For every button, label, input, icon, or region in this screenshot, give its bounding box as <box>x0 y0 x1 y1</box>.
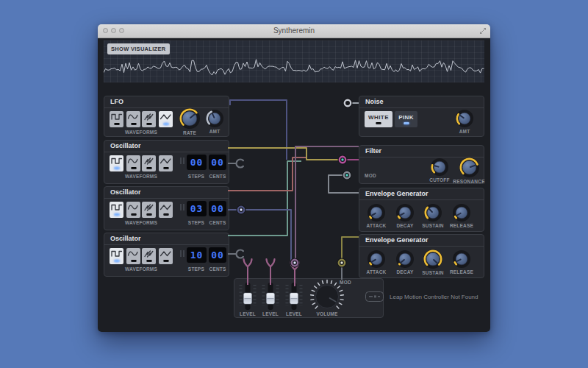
white-noise-button[interactable]: WHITE <box>365 111 392 127</box>
lfo-panel-header: LFO <box>104 96 229 108</box>
leap-motion-icon <box>365 291 384 302</box>
waveform-led <box>114 167 119 170</box>
lfo-waveforms-label: WAVEFORMS <box>125 130 157 135</box>
sine-wave-icon <box>126 112 140 121</box>
leap-status: Leap Motion Controller Not Found <box>365 291 478 302</box>
sine-wave-icon <box>126 249 140 258</box>
waveform-led <box>146 167 151 170</box>
osc1-cents-display[interactable]: 00 <box>209 155 226 170</box>
square-wave-icon <box>110 249 123 258</box>
waveform-led <box>114 213 119 216</box>
cutoff-knob-label: CUTOFF <box>429 177 449 183</box>
amt-knob-label: AMT <box>209 129 220 134</box>
level-label: LEVEL <box>286 311 302 316</box>
show-visualizer-button[interactable]: SHOW VISUALIZER <box>107 43 170 54</box>
waveform-led <box>146 260 151 263</box>
waveform-led <box>163 260 168 263</box>
oscillator1-panel-header: Oscillator <box>104 141 229 152</box>
waveform-led <box>163 213 168 216</box>
waveform-button-sine[interactable] <box>126 111 140 127</box>
release-knob-label: RELEASE <box>450 269 473 275</box>
waveform-button-square[interactable] <box>110 202 123 218</box>
waveform-led <box>131 123 136 126</box>
level-label: LEVEL <box>262 311 279 316</box>
osc3-steps-display[interactable]: 10 <box>187 247 207 263</box>
release-knob-label: RELEASE <box>450 223 473 228</box>
osc2-steps-display[interactable]: 03 <box>187 201 207 216</box>
waveform-led <box>131 213 136 216</box>
level-label: LEVEL <box>240 311 256 316</box>
waveform-button-square[interactable] <box>110 155 123 171</box>
sine-wave-icon <box>126 156 140 166</box>
envelope2-panel-header: Envelope Generator <box>359 235 484 247</box>
triangle-wave-icon <box>159 112 173 121</box>
noise-panel-header: Noise <box>359 96 484 108</box>
detune-icon <box>180 158 184 164</box>
waveform-button-triangle[interactable] <box>159 248 173 264</box>
waveform-led <box>163 123 168 126</box>
white-noise-led <box>376 122 381 125</box>
waveform-led <box>146 213 151 216</box>
waveform-button-triangle[interactable] <box>159 202 173 218</box>
noise-wave-icon <box>142 249 156 258</box>
pink-noise-led <box>404 122 409 125</box>
waveform-led <box>146 123 151 126</box>
triangle-wave-icon <box>159 202 173 212</box>
rate-knob-label: RATE <box>183 130 196 135</box>
decay-knob-label: DECAY <box>396 223 413 228</box>
volume-label: VOLUME <box>316 311 337 316</box>
square-wave-icon <box>110 112 123 121</box>
waveform-button-square[interactable] <box>110 248 123 264</box>
osc3-cents-display[interactable]: 00 <box>209 247 226 263</box>
sine-wave-icon <box>126 202 140 212</box>
waveform-led <box>114 260 119 263</box>
attack-knob-label: ATTACK <box>367 223 387 228</box>
waveform-led <box>114 123 119 126</box>
envelope1-panel-header: Envelope Generator <box>359 188 484 200</box>
osc1-steps-display[interactable]: 00 <box>187 155 207 170</box>
waveform-button-sine[interactable] <box>126 248 140 264</box>
detune-icon <box>180 204 184 210</box>
waveform-led <box>131 260 136 263</box>
resize-icon[interactable] <box>479 27 487 35</box>
sustain-knob-label: SUSTAIN <box>422 223 443 228</box>
waveform-button-sine[interactable] <box>126 202 140 218</box>
attack-knob-label: ATTACK <box>367 269 387 275</box>
oscillator2-panel-header: Oscillator <box>104 187 229 199</box>
noise-wave-icon <box>142 112 156 121</box>
waveform-led <box>163 167 168 170</box>
waveform-button-noise[interactable] <box>142 111 156 127</box>
noise-wave-icon <box>142 202 156 212</box>
triangle-wave-icon <box>159 249 173 258</box>
waveform-button-noise[interactable] <box>142 155 156 171</box>
waveform-button-triangle[interactable] <box>159 111 173 127</box>
titlebar[interactable]: Syntheremin <box>98 24 490 38</box>
waveform-button-noise[interactable] <box>142 202 156 218</box>
square-wave-icon <box>110 156 123 166</box>
noise-wave-icon <box>142 156 156 166</box>
waveform-button-triangle[interactable] <box>159 155 173 171</box>
window-title: Syntheremin <box>98 24 490 38</box>
sustain-knob-label: SUSTAIN <box>422 270 443 275</box>
amt-knob-label: AMT <box>459 129 470 134</box>
square-wave-icon <box>110 202 123 212</box>
filter-mod-label: MOD <box>365 173 376 178</box>
detune-icon <box>180 250 184 257</box>
oscillator3-panel-header: Oscillator <box>104 233 229 245</box>
waveform-button-sine[interactable] <box>126 155 140 171</box>
resonance-knob-label: RESONANCE <box>453 179 484 184</box>
waveform-button-square[interactable] <box>110 111 123 127</box>
osc2-cents-display[interactable]: 00 <box>209 201 226 216</box>
desktop: Syntheremin SHOW VISUALIZER LFO WAVEFORM… <box>0 0 588 368</box>
waveform-led <box>131 167 136 170</box>
leap-status-text: Leap Motion Controller Not Found <box>390 294 478 300</box>
pink-noise-button[interactable]: PINK <box>395 111 417 127</box>
waveform-button-noise[interactable] <box>142 248 156 264</box>
triangle-wave-icon <box>159 156 173 166</box>
decay-knob-label: DECAY <box>396 269 413 275</box>
